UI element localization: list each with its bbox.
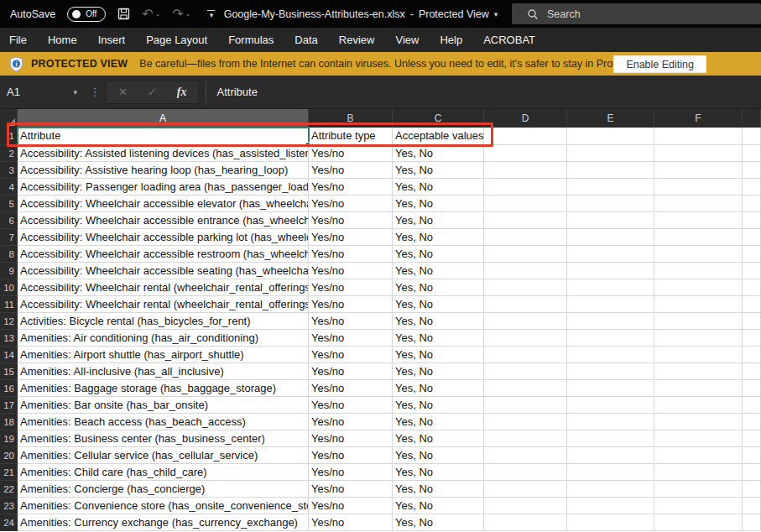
save-button[interactable] (117, 8, 130, 20)
cell-D18[interactable] (484, 414, 567, 430)
cell-B6[interactable]: Yes/no (309, 212, 393, 229)
cell-G17[interactable] (743, 397, 761, 414)
cell-B18[interactable]: Yes/no (309, 414, 393, 430)
cell-D23[interactable] (484, 498, 567, 514)
cell-B19[interactable]: Yes/no (309, 430, 393, 447)
cell-F22[interactable] (654, 481, 743, 498)
cell-B16[interactable]: Yes/no (309, 380, 393, 397)
cell-C7[interactable]: Yes, No (393, 229, 484, 246)
row-header-6[interactable]: 6 (0, 212, 18, 229)
cell-G13[interactable] (743, 330, 761, 347)
cell-E24[interactable] (567, 514, 654, 531)
row-header-1[interactable]: 1 (0, 128, 18, 145)
cell-A11[interactable]: Accessibility: Wheelchair rental (wheelc… (18, 296, 309, 313)
cell-E1[interactable] (567, 128, 654, 145)
column-header-C[interactable]: C (393, 109, 484, 128)
row-header-19[interactable]: 19 (0, 430, 18, 447)
cell-F18[interactable] (654, 414, 743, 430)
cell-E18[interactable] (567, 414, 654, 430)
cell-A13[interactable]: Amenities: Air conditioning (has_air_con… (18, 330, 309, 347)
row-header-20[interactable]: 20 (0, 447, 18, 464)
cell-B5[interactable]: Yes/no (309, 196, 393, 212)
cell-F3[interactable] (654, 162, 743, 179)
cell-G16[interactable] (743, 380, 761, 397)
cell-G8[interactable] (743, 246, 761, 263)
cell-D1[interactable] (484, 128, 567, 145)
cell-F24[interactable] (654, 514, 743, 531)
cell-A23[interactable]: Amenities: Convenience store (has_onsite… (18, 498, 309, 514)
cell-F1[interactable] (654, 128, 743, 145)
cell-D22[interactable] (484, 481, 567, 498)
row-header-11[interactable]: 11 (0, 296, 18, 313)
cell-B8[interactable]: Yes/no (309, 246, 393, 263)
cell-D9[interactable] (484, 263, 567, 279)
cell-G20[interactable] (743, 447, 761, 464)
cell-F5[interactable] (654, 196, 743, 212)
cell-C12[interactable]: Yes, No (393, 313, 484, 330)
name-box[interactable]: A1 ▾ (0, 76, 84, 108)
cell-G2[interactable] (743, 145, 761, 162)
cell-A19[interactable]: Amenities: Business center (has_business… (18, 430, 309, 447)
cell-A1[interactable]: Attribute (18, 128, 309, 145)
cell-E17[interactable] (567, 397, 654, 414)
column-header-D[interactable]: D (484, 109, 567, 128)
cell-F11[interactable] (654, 296, 743, 313)
row-header-4[interactable]: 4 (0, 179, 18, 196)
cell-D15[interactable] (484, 363, 567, 380)
cell-C21[interactable]: Yes, No (393, 464, 484, 481)
ribbon-tab-file[interactable]: File (9, 34, 27, 46)
cell-G21[interactable] (743, 464, 761, 481)
cell-D16[interactable] (484, 380, 567, 397)
cell-A3[interactable]: Accessibility: Assistive hearing loop (h… (18, 162, 309, 179)
ribbon-tab-acrobat[interactable]: ACROBAT (483, 34, 535, 46)
cell-F2[interactable] (654, 145, 743, 162)
cell-A24[interactable]: Amenities: Currency exchange (has_curren… (18, 514, 309, 531)
cell-F6[interactable] (654, 212, 743, 229)
cell-G12[interactable] (743, 313, 761, 330)
cell-F20[interactable] (654, 447, 743, 464)
ribbon-tab-formulas[interactable]: Formulas (228, 34, 274, 46)
row-header-14[interactable]: 14 (0, 347, 18, 363)
cell-D7[interactable] (484, 229, 567, 246)
document-title[interactable]: Google-My-Business-Attributes-en.xlsx - … (193, 0, 529, 28)
cell-A2[interactable]: Accessibility: Assisted listening device… (18, 145, 309, 162)
row-header-2[interactable]: 2 (0, 145, 18, 162)
cell-C22[interactable]: Yes, No (393, 481, 484, 498)
cell-D8[interactable] (484, 246, 567, 263)
cell-G23[interactable] (743, 498, 761, 514)
cell-E19[interactable] (567, 430, 654, 447)
cell-B14[interactable]: Yes/no (309, 347, 393, 363)
cell-B1[interactable]: Attribute type (309, 128, 393, 145)
cell-C6[interactable]: Yes, No (393, 212, 484, 229)
cell-E20[interactable] (567, 447, 654, 464)
column-header-E[interactable]: E (567, 109, 654, 128)
cell-B12[interactable]: Yes/no (309, 313, 393, 330)
cell-A8[interactable]: Accessibility: Wheelchair accessible res… (18, 246, 309, 263)
cell-G24[interactable] (743, 514, 761, 531)
cell-A4[interactable]: Accessibility: Passenger loading area (h… (18, 179, 309, 196)
cell-E3[interactable] (567, 162, 654, 179)
cell-C20[interactable]: Yes, No (393, 447, 484, 464)
cell-D20[interactable] (484, 447, 567, 464)
cell-C18[interactable]: Yes, No (393, 414, 484, 430)
cell-B7[interactable]: Yes/no (309, 229, 393, 246)
cell-F13[interactable] (654, 330, 743, 347)
cell-F16[interactable] (654, 380, 743, 397)
cell-E21[interactable] (567, 464, 654, 481)
cell-B3[interactable]: Yes/no (309, 162, 393, 179)
cell-G4[interactable] (743, 179, 761, 196)
cell-A9[interactable]: Accessibility: Wheelchair accessible sea… (18, 263, 309, 279)
cell-D21[interactable] (484, 464, 567, 481)
cell-D24[interactable] (484, 514, 567, 531)
cell-F9[interactable] (654, 263, 743, 279)
cell-F21[interactable] (654, 464, 743, 481)
ribbon-tab-review[interactable]: Review (339, 34, 375, 46)
cell-D19[interactable] (484, 430, 567, 447)
cell-B21[interactable]: Yes/no (309, 464, 393, 481)
cell-E8[interactable] (567, 246, 654, 263)
cell-B10[interactable]: Yes/no (309, 279, 393, 296)
cell-A7[interactable]: Accessibility: Wheelchair accessible par… (18, 229, 309, 246)
row-header-22[interactable]: 22 (0, 481, 18, 498)
cell-A6[interactable]: Accessibility: Wheelchair accessible ent… (18, 212, 309, 229)
cell-F8[interactable] (654, 246, 743, 263)
